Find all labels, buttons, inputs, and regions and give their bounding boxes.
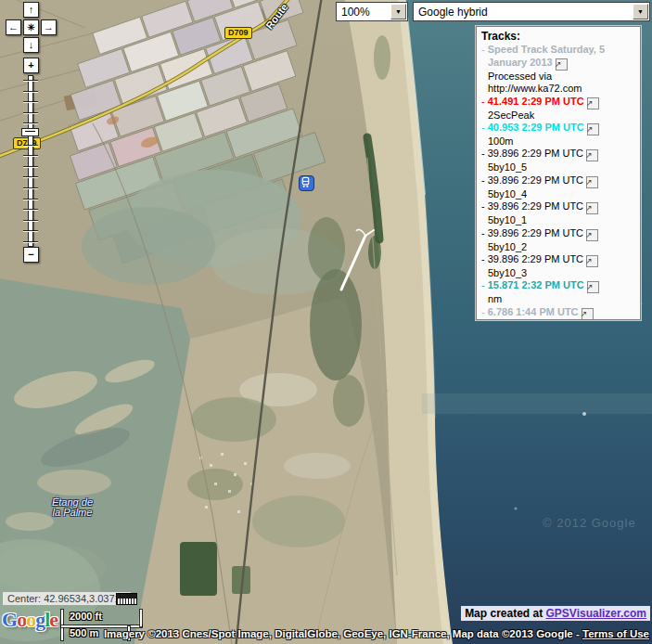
track-name: 5by10_4 <box>488 188 636 200</box>
pan-center-button[interactable]: ✳ <box>23 19 39 35</box>
track-name: nm <box>488 293 636 305</box>
track-item: - 39.896 2:29 PM UTC↗ 5by10_2 <box>488 227 636 253</box>
dash: - <box>481 253 488 264</box>
zoom-to-track-icon[interactable]: ↗ <box>587 123 599 135</box>
track-link[interactable]: 39.896 2:29 PM UTC <box>488 227 583 238</box>
dash: - <box>481 200 488 212</box>
zoom-to-track-icon[interactable]: ↗ <box>587 97 599 109</box>
created-at-badge: Map created at GPSVisualizer.com <box>461 606 650 621</box>
track-name: 100m <box>488 135 636 148</box>
train-station-icon[interactable] <box>299 175 314 191</box>
track-name: 5by10_1 <box>488 214 636 226</box>
dash: - <box>481 96 488 107</box>
track-item: - 39.896 2:29 PM UTC↗ 5by10_1 <box>488 200 636 226</box>
chevron-down-icon[interactable]: ▼ <box>390 4 406 19</box>
track-link[interactable]: 39.896 2:29 PM UTC <box>488 174 583 186</box>
track-item: - 41.491 2:29 PM UTC↗ 2SecPeak <box>488 96 636 122</box>
zoom-slider-handle[interactable] <box>21 128 39 136</box>
map-center-coordinates: Center: 42.96534,3.03712 <box>3 592 131 605</box>
pan-up-button[interactable]: ↑ <box>23 2 39 18</box>
track-name: 5by10_5 <box>488 161 636 174</box>
terms-of-use-link[interactable]: Terms of Use <box>582 628 649 639</box>
track-link[interactable]: 6.786 1:44 PM UTC <box>488 306 579 317</box>
scale-imperial-label: 2000 ft <box>70 611 102 622</box>
dash: - <box>481 44 488 55</box>
map-type-value: Google hybrid <box>414 6 632 19</box>
track-item: - 39.896 2:29 PM UTC↗ 5by10_3 <box>488 253 636 279</box>
track-item: - 39.896 2:29 PM UTC↗ 5by10_5 <box>488 148 636 174</box>
dash: - <box>481 148 488 159</box>
track-link[interactable]: 41.491 2:29 PM UTC <box>488 96 584 107</box>
google-logo[interactable]: Google <box>2 608 58 632</box>
train-glyph <box>300 176 312 188</box>
zoom-to-track-icon[interactable]: ↗ <box>586 176 598 188</box>
pan-left-button[interactable]: ← <box>6 19 21 35</box>
track-link[interactable]: 15.871 2:32 PM UTC <box>488 279 584 290</box>
chevron-down-icon[interactable]: ▼ <box>633 4 648 19</box>
track-link[interactable]: 39.896 2:29 PM UTC <box>488 148 583 159</box>
track-name: 5by10_2 <box>488 241 636 253</box>
pan-right-button[interactable]: → <box>41 19 57 35</box>
dash: - <box>481 122 488 133</box>
track-name: Processed via http://www.ka72.com <box>488 71 636 96</box>
tracks-panel: Tracks: - Speed Track Saturday, 5 Januar… <box>476 26 641 320</box>
track-link[interactable]: 39.896 2:29 PM UTC <box>488 200 583 212</box>
google-watermark: © 2012 Google <box>543 516 636 530</box>
tracks-panel-title: Tracks: <box>481 31 636 43</box>
track-item: - 15.871 2:32 PM UTC↗ nm <box>488 279 636 305</box>
track-link[interactable]: Speed Track Saturday, 5 January 2013 <box>488 44 605 67</box>
track-item: - 40.953 2:29 PM UTC↗ 100m <box>488 122 636 148</box>
pan-down-button[interactable]: ↓ <box>23 37 39 53</box>
track-item: - Speed Track Saturday, 5 January 2013↗ … <box>488 44 636 95</box>
track-item: - 39.896 2:29 PM UTC↗ 5by10_4 <box>488 174 636 200</box>
map-application: Route D709 D709 Étang de la Palme © 2012… <box>0 0 652 644</box>
track-name: 5by10_3 <box>488 267 636 279</box>
gpsvisualizer-link[interactable]: GPSVisualizer.com <box>546 607 647 620</box>
zoom-to-track-icon[interactable]: ↗ <box>587 281 599 293</box>
scale-ft-tick <box>140 610 142 626</box>
track-name: 2SecPeak <box>488 109 636 122</box>
dash: - <box>481 227 488 238</box>
road-shield: D709 <box>224 27 252 39</box>
zoom-to-track-icon[interactable]: ↗ <box>586 149 598 161</box>
track-item: - 6.786 1:44 PM UTC↗ 1hr <box>488 306 636 320</box>
track-link[interactable]: 39.896 2:29 PM UTC <box>488 253 583 264</box>
zoom-to-track-icon[interactable]: ↗ <box>586 202 598 214</box>
zoom-to-track-icon[interactable]: ↗ <box>582 308 594 320</box>
dash: - <box>481 279 488 290</box>
dash: - <box>481 174 488 186</box>
zoom-out-button[interactable]: − <box>23 247 39 263</box>
dash: - <box>481 306 488 317</box>
zoom-percent-select[interactable]: 100% ▼ <box>336 2 408 21</box>
ruler-icon[interactable] <box>116 593 137 605</box>
zoom-to-track-icon[interactable]: ↗ <box>586 229 598 241</box>
zoom-slider-ticks <box>23 80 38 243</box>
map-type-select[interactable]: Google hybrid ▼ <box>413 2 650 21</box>
track-link[interactable]: 40.953 2:29 PM UTC <box>488 122 584 133</box>
zoom-percent-value: 100% <box>337 6 390 19</box>
lagoon-name-label: Étang de la Palme <box>43 497 102 518</box>
map-attribution: Imagery ©2013 Cnes/Spot Image, DigitalGl… <box>104 628 649 639</box>
zoom-to-track-icon[interactable]: ↗ <box>586 255 598 267</box>
zoom-in-button[interactable]: + <box>23 58 39 73</box>
zoom-to-track-icon[interactable]: ↗ <box>556 58 568 71</box>
scale-metric-label: 500 m <box>70 627 98 638</box>
